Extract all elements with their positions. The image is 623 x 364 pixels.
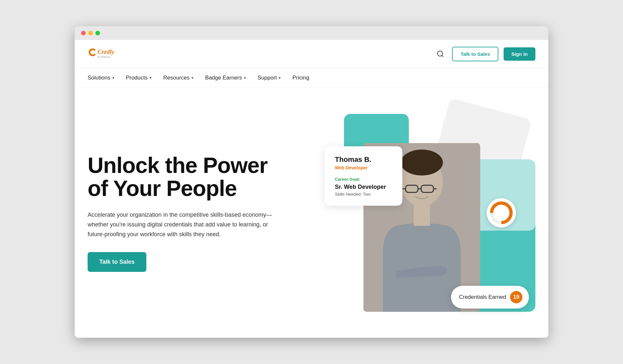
chevron-down-icon: ▾ — [244, 76, 246, 80]
chevron-down-icon: ▾ — [112, 76, 114, 80]
svg-point-15 — [495, 207, 507, 219]
header: Credly by Pearson Talk to Sales Sign in — [75, 40, 548, 68]
svg-text:by Pearson: by Pearson — [98, 55, 110, 58]
credentials-badge: Credentials Earned 19 — [451, 286, 529, 309]
close-button[interactable] — [81, 31, 86, 35]
hero-title-line2: of Your People — [88, 176, 237, 200]
nav-solutions-label: Solutions — [88, 75, 110, 81]
nav-support-label: Support — [258, 75, 277, 81]
svg-point-2 — [437, 51, 443, 56]
career-skills: Skills Needed: Two — [335, 192, 392, 197]
nav-item-solutions[interactable]: Solutions ▾ — [88, 75, 114, 81]
nav-badge-earners-label: Badge Earners — [205, 75, 242, 81]
hero-section: Unlock the Power of Your People Accelera… — [75, 88, 548, 338]
hero-cta-button[interactable]: Talk to Sales — [88, 252, 146, 272]
nav-item-products[interactable]: Products ▾ — [126, 75, 152, 81]
nav-resources-label: Resources — [163, 75, 189, 81]
search-icon — [436, 50, 444, 58]
minimize-button[interactable] — [88, 31, 93, 35]
header-actions: Talk to Sales Sign in — [434, 47, 535, 61]
talk-to-sales-header-button[interactable]: Talk to Sales — [452, 47, 498, 61]
maximize-button[interactable] — [95, 31, 100, 35]
nav-item-badge-earners[interactable]: Badge Earners ▾ — [205, 75, 246, 81]
svg-line-3 — [442, 55, 443, 57]
search-button[interactable] — [434, 47, 447, 60]
person-role: Web Developer — [335, 165, 392, 170]
nav-item-pricing[interactable]: Pricing — [292, 75, 309, 81]
nav-item-support[interactable]: Support ▾ — [258, 75, 281, 81]
svg-point-11 — [401, 150, 443, 176]
credentials-count: 19 — [510, 291, 522, 303]
donut-chart-svg — [488, 200, 514, 226]
sign-in-button[interactable]: Sign in — [504, 47, 535, 61]
browser-window: Credly by Pearson Talk to Sales Sign in … — [75, 26, 548, 338]
svg-rect-12 — [414, 203, 430, 226]
hero-title-line1: Unlock the Power — [88, 153, 268, 177]
page-content: Credly by Pearson Talk to Sales Sign in … — [75, 40, 548, 338]
person-name: Thomas B. — [335, 155, 392, 164]
nav-products-label: Products — [126, 75, 148, 81]
career-goal-title: Sr. Web Developer — [335, 184, 392, 190]
hero-title: Unlock the Power of Your People — [88, 154, 299, 200]
svg-text:Credly: Credly — [98, 48, 115, 55]
hero-right: Thomas B. Web Developer Career Goal: Sr.… — [312, 107, 535, 318]
credly-logo-svg: Credly by Pearson — [88, 46, 127, 62]
logo[interactable]: Credly by Pearson — [88, 46, 127, 62]
career-goal-label: Career Goal: — [335, 177, 392, 182]
chevron-down-icon: ▾ — [150, 76, 152, 80]
chevron-down-icon: ▾ — [191, 76, 193, 80]
main-nav: Solutions ▾ Products ▾ Resources ▾ Badge… — [75, 68, 548, 88]
browser-chrome — [75, 26, 548, 40]
donut-chart-widget — [487, 198, 516, 227]
person-card: Thomas B. Web Developer Career Goal: Sr.… — [324, 146, 402, 206]
hero-left: Unlock the Power of Your People Accelera… — [88, 154, 312, 272]
nav-item-resources[interactable]: Resources ▾ — [163, 75, 193, 81]
credentials-earned-text: Credentials Earned — [459, 294, 506, 300]
hero-description: Accelerate your organization in the comp… — [88, 210, 276, 239]
chevron-down-icon: ▾ — [279, 76, 281, 80]
